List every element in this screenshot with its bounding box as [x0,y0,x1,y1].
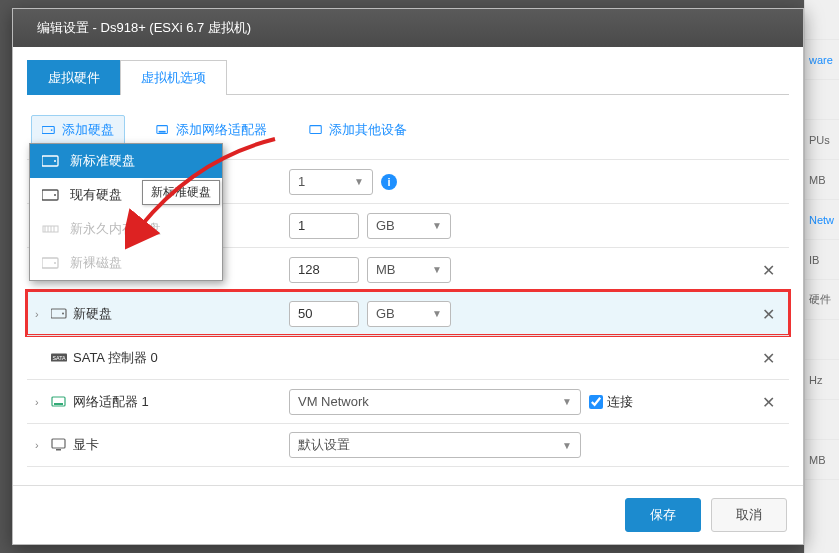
disk-icon [51,307,67,321]
newdisk-label: 新硬盘 [73,305,112,323]
newdisk-unit-select[interactable]: GB▼ [367,301,451,327]
remove-sata-button[interactable]: ✕ [758,344,779,371]
disk1-size-input[interactable] [289,257,359,283]
cancel-button[interactable]: 取消 [711,498,787,532]
svg-point-10 [54,194,56,196]
info-icon[interactable]: i [381,174,397,190]
add-other-label: 添加其他设备 [329,121,407,139]
monitor-icon [51,438,67,452]
nic-network-select[interactable]: VM Network▼ [289,389,581,415]
dialog-footer: 保存 取消 [13,485,803,544]
svg-point-3 [51,129,53,131]
cpu-select[interactable]: 1▼ [289,169,373,195]
row-video-card: › 显卡 默认设置▼ [27,423,789,467]
tooltip-new-standard: 新标准硬盘 [142,180,220,205]
add-other-button[interactable]: 添加其他设备 [298,115,418,145]
nic-connect-checkbox[interactable]: 连接 [589,393,633,411]
memory-input[interactable] [289,213,359,239]
svg-rect-25 [54,403,63,405]
background-column: ware PUs MB Netw IB 硬件 Hz MB [804,0,839,553]
add-disk-label: 添加硬盘 [62,121,114,139]
other-device-icon [309,123,323,137]
dropdown-persistent-disk: 新永久内存磁盘 [30,212,222,246]
toolbar: 添加硬盘 添加网络适配器 添加其他设备 新标准硬盘 现有硬盘 新标准硬盘 [27,109,789,159]
add-disk-button[interactable]: 添加硬盘 [31,115,125,145]
svg-point-17 [54,262,56,264]
add-nic-button[interactable]: 添加网络适配器 [145,115,278,145]
disk-icon [42,257,60,269]
svg-rect-6 [310,126,321,134]
remove-newdisk-button[interactable]: ✕ [758,300,779,327]
row-sata-controller: › SATA SATA 控制器 0 ✕ [27,335,789,379]
nic-label: 网络适配器 1 [73,393,149,411]
disk-icon [42,155,60,167]
disk-icon [42,189,60,201]
dropdown-new-standard-disk[interactable]: 新标准硬盘 [30,144,222,178]
svg-rect-5 [159,131,166,133]
chevron-right-icon[interactable]: › [35,308,45,320]
sata-icon: SATA [51,351,67,365]
svg-point-21 [62,312,64,314]
nic-icon [51,395,67,409]
svg-point-8 [54,160,56,162]
newdisk-size-input[interactable] [289,301,359,327]
chevron-right-icon[interactable]: › [35,439,45,451]
dropdown-new-raw-disk: 新裸磁盘 [30,246,222,280]
save-button[interactable]: 保存 [625,498,701,532]
remove-nic-button[interactable]: ✕ [758,388,779,415]
video-setting-select[interactable]: 默认设置▼ [289,432,581,458]
nic-icon [156,123,170,137]
sata-label: SATA 控制器 0 [73,349,158,367]
add-nic-label: 添加网络适配器 [176,121,267,139]
row-new-disk: › 新硬盘 GB▼ ✕ [27,291,789,335]
edit-settings-dialog: 编辑设置 - Ds918+ (ESXi 6.7 虚拟机) 虚拟硬件 虚拟机选项 … [12,8,804,545]
chevron-right-icon[interactable]: › [35,396,45,408]
tab-virtual-hardware[interactable]: 虚拟硬件 [27,60,121,95]
pmem-icon [42,223,60,235]
remove-disk1-button[interactable]: ✕ [758,256,779,283]
dialog-header: 编辑设置 - Ds918+ (ESXi 6.7 虚拟机) [13,9,803,47]
memory-unit-select[interactable]: GB▼ [367,213,451,239]
add-disk-dropdown: 新标准硬盘 现有硬盘 新标准硬盘 新永久内存磁盘 新裸磁盘 [29,143,223,281]
tab-vm-options[interactable]: 虚拟机选项 [120,60,227,95]
dialog-title: 编辑设置 - Ds918+ (ESXi 6.7 虚拟机) [37,19,251,37]
dropdown-existing-disk[interactable]: 现有硬盘 新标准硬盘 [30,178,222,212]
video-label: 显卡 [73,436,99,454]
svg-text:SATA: SATA [52,354,66,360]
svg-rect-26 [52,439,65,448]
disk1-unit-select[interactable]: MB▼ [367,257,451,283]
tabs: 虚拟硬件 虚拟机选项 [27,59,789,95]
disk-icon [42,123,56,137]
row-nic-1: › 网络适配器 1 VM Network▼ 连接 ✕ [27,379,789,423]
svg-rect-27 [56,449,61,451]
